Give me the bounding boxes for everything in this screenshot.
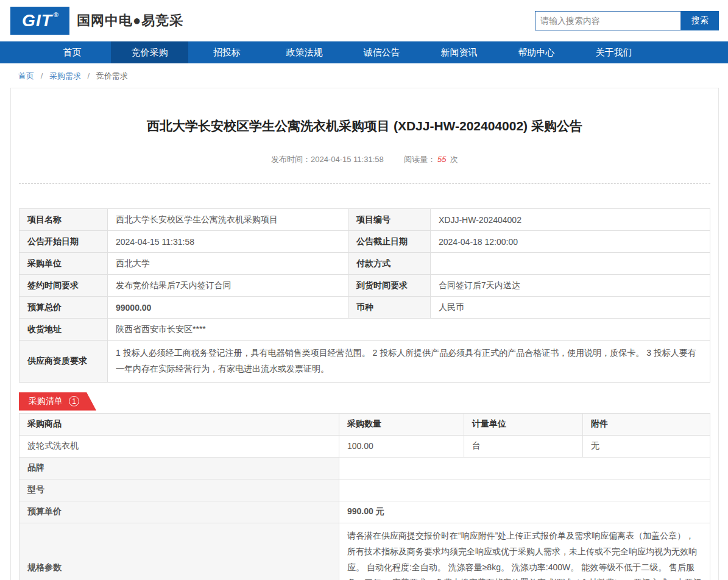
- purchase-list-table: 采购商品 采购数量 计量单位 附件 波轮式洗衣机 100.00 台 无 品牌 型…: [19, 413, 710, 580]
- brand: GIT® 国网中电●易竞采: [10, 7, 183, 35]
- table-row: 供应商资质要求 1 投标人必须经工商税务登记注册，具有电器销售类项目经营范围。 …: [19, 341, 710, 383]
- breadcrumb-separator: /: [41, 71, 43, 80]
- detail-label: 供应商资质要求: [19, 341, 108, 383]
- product-unit: 台: [464, 435, 583, 457]
- column-header-quantity: 采购数量: [339, 413, 464, 435]
- delivery-address-value: 陕西省西安市长安区****: [108, 319, 710, 341]
- page-title: 西北大学长安校区学生公寓洗衣机采购项目 (XDJJ-HW-202404002) …: [19, 88, 710, 135]
- detail-label: 付款方式: [348, 253, 431, 275]
- detail-label: 公告截止日期: [348, 231, 431, 253]
- detail-value: 人民币: [431, 297, 710, 319]
- detail-value: 西北大学长安校区学生公寓洗衣机采购项目: [108, 209, 348, 231]
- table-header-row: 采购商品 采购数量 计量单位 附件: [19, 413, 710, 435]
- main-nav: 首页 竞价采购 招投标 政策法规 诚信公告 新闻资讯 帮助中心 关于我们: [0, 41, 728, 63]
- unit-price-value: 990.00 元: [339, 501, 710, 523]
- product-name: 波轮式洗衣机: [19, 435, 339, 457]
- breadcrumb-current: 竞价需求: [96, 71, 128, 80]
- project-detail-table: 项目名称 西北大学长安校区学生公寓洗衣机采购项目 项目编号 XDJJ-HW-20…: [19, 208, 710, 383]
- purchase-list-count: 1: [69, 396, 79, 406]
- publish-meta: 发布时间：2024-04-15 11:31:58 阅读量：55 次: [19, 154, 710, 165]
- nav-item-integrity[interactable]: 诚信公告: [343, 41, 420, 63]
- site-title: 国网中电●易竞采: [77, 12, 183, 30]
- detail-label: 预算总价: [19, 297, 108, 319]
- nav-item-policies[interactable]: 政策法规: [266, 41, 343, 63]
- product-quantity: 100.00: [339, 435, 464, 457]
- purchase-list-badge-label: 采购清单: [29, 396, 63, 407]
- detail-label: 项目编号: [348, 209, 431, 231]
- views-label: 阅读量：: [404, 155, 436, 164]
- detail-label: 签约时间要求: [19, 275, 108, 297]
- brand-label: 品牌: [19, 457, 339, 479]
- column-header-attachment: 附件: [583, 413, 710, 435]
- breadcrumb-purchase-needs-link[interactable]: 采购需求: [49, 71, 81, 80]
- detail-label: 到货时间要求: [348, 275, 431, 297]
- nav-item-bidding-purchase[interactable]: 竞价采购: [111, 41, 188, 63]
- git-logo[interactable]: GIT®: [10, 7, 69, 35]
- search-input[interactable]: [535, 11, 681, 30]
- purchase-list-badge: 采购清单 1: [19, 392, 96, 411]
- views-unit: 次: [450, 155, 458, 164]
- detail-label: 币种: [348, 297, 431, 319]
- detail-value: 合同签订后7天内送达: [431, 275, 710, 297]
- table-row: 品牌: [19, 457, 710, 479]
- table-row: 预算单价 990.00 元: [19, 501, 710, 523]
- nav-item-about[interactable]: 关于我们: [575, 41, 652, 63]
- announcement-card: 西北大学长安校区学生公寓洗衣机采购项目 (XDJJ-HW-202404002) …: [10, 88, 719, 580]
- search-button[interactable]: 搜索: [681, 11, 719, 30]
- table-row: 公告开始日期 2024-04-15 11:31:58 公告截止日期 2024-0…: [19, 231, 710, 253]
- table-row: 规格参数 请各潜在供应商提交报价时在“响应附件”处上传正式报价单及需求响应偏离表…: [19, 523, 710, 580]
- model-label: 型号: [19, 479, 339, 501]
- nav-item-tenders[interactable]: 招投标: [188, 41, 266, 63]
- top-header: GIT® 国网中电●易竞采 搜索: [0, 0, 728, 41]
- publish-time-value: 2024-04-15 11:31:58: [311, 155, 384, 164]
- detail-label: 收货地址: [19, 319, 108, 341]
- views-count: 55: [437, 155, 446, 164]
- spec-value: 请各潜在供应商提交报价时在“响应附件”处上传正式报价单及需求响应偏离表（加盖公章…: [339, 523, 710, 580]
- table-row: 签约时间要求 发布竞价结果后7天内签订合同 到货时间要求 合同签订后7天内送达: [19, 275, 710, 297]
- supplier-qualification-value: 1 投标人必须经工商税务登记注册，具有电器销售类项目经营范围。 2 投标人所提供…: [108, 341, 710, 383]
- budget-total-value: 99000.00: [108, 297, 348, 319]
- detail-label: 公告开始日期: [19, 231, 108, 253]
- table-row: 波轮式洗衣机 100.00 台 无: [19, 435, 710, 457]
- detail-value: 2024-04-18 12:00:00: [431, 231, 710, 253]
- column-header-unit: 计量单位: [464, 413, 583, 435]
- nav-item-home[interactable]: 首页: [34, 41, 111, 63]
- table-row: 型号: [19, 479, 710, 501]
- divider: [19, 183, 710, 184]
- detail-value: 发布竞价结果后7天内签订合同: [108, 275, 348, 297]
- nav-item-news[interactable]: 新闻资讯: [420, 41, 498, 63]
- detail-label: 采购单位: [19, 253, 108, 275]
- detail-value: XDJJ-HW-202404002: [431, 209, 710, 231]
- table-row: 采购单位 西北大学 付款方式: [19, 253, 710, 275]
- registered-mark-icon: ®: [54, 11, 59, 18]
- table-row: 预算总价 99000.00 币种 人民币: [19, 297, 710, 319]
- product-attachment: 无: [583, 435, 710, 457]
- brand-value: [339, 457, 710, 479]
- model-value: [339, 479, 710, 501]
- detail-value: [431, 253, 710, 275]
- detail-label: 项目名称: [19, 209, 108, 231]
- table-row: 收货地址 陕西省西安市长安区****: [19, 319, 710, 341]
- logo-text: GIT: [22, 11, 52, 30]
- nav-item-help[interactable]: 帮助中心: [498, 41, 575, 63]
- publish-time-label: 发布时间：: [271, 155, 311, 164]
- column-header-product: 采购商品: [19, 413, 339, 435]
- detail-value: 2024-04-15 11:31:58: [108, 231, 348, 253]
- spec-label: 规格参数: [19, 523, 339, 580]
- search-bar: 搜索: [535, 11, 719, 30]
- breadcrumb: 首页 / 采购需求 / 竞价需求: [0, 63, 728, 88]
- table-row: 项目名称 西北大学长安校区学生公寓洗衣机采购项目 项目编号 XDJJ-HW-20…: [19, 209, 710, 231]
- breadcrumb-home-link[interactable]: 首页: [18, 71, 34, 80]
- detail-value: 西北大学: [108, 253, 348, 275]
- unit-price-label: 预算单价: [19, 501, 339, 523]
- breadcrumb-separator: /: [88, 71, 90, 80]
